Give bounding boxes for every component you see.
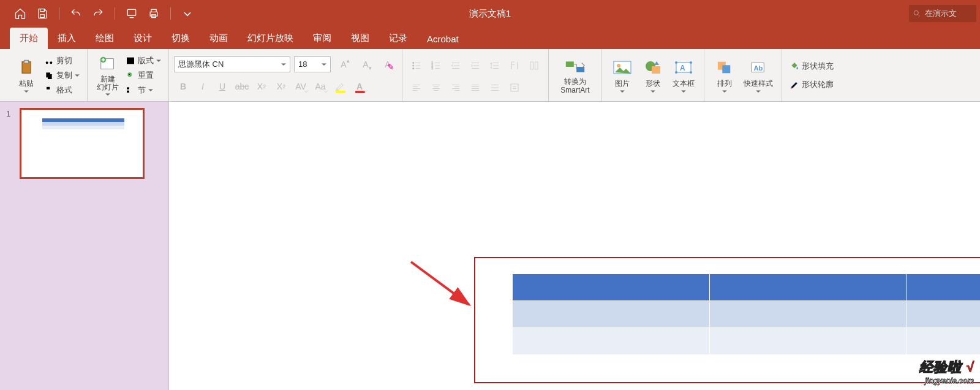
char-spacing-button[interactable]: AV <box>292 78 310 95</box>
slide-thumbnail-panel[interactable]: 1 <box>0 102 169 390</box>
chevron-down-icon <box>281 62 286 67</box>
save-icon[interactable] <box>34 6 50 21</box>
svg-point-7 <box>50 61 52 64</box>
font-name-select[interactable]: 思源黑体 CN <box>174 56 290 72</box>
strikethrough-button[interactable]: abc <box>233 78 251 95</box>
reset-button[interactable]: 重置 <box>123 69 164 82</box>
tab-draw[interactable]: 绘图 <box>86 28 124 49</box>
convert-smartart-button[interactable]: 转换为 SmartArt <box>554 54 597 97</box>
new-slide-button[interactable]: 新建 幻灯片 <box>92 54 123 97</box>
decrease-indent-button[interactable] <box>447 57 465 74</box>
font-name-value: 思源黑体 CN <box>178 59 224 70</box>
shape-fill-button[interactable]: 形状填充 <box>787 59 836 73</box>
picture-button[interactable]: 图片 <box>607 54 638 97</box>
svg-rect-5 <box>24 60 29 63</box>
svg-point-36 <box>690 71 692 74</box>
svg-rect-25 <box>566 62 574 67</box>
svg-rect-14 <box>127 87 129 89</box>
numbering-button[interactable]: 123 <box>427 57 445 74</box>
shape-outline-button[interactable]: 形状轮廓 <box>787 78 836 91</box>
align-right-button[interactable] <box>447 79 465 96</box>
align-center-button[interactable] <box>427 79 445 96</box>
svg-text:Ab: Ab <box>754 64 763 72</box>
increase-font-button[interactable]: A▴ <box>334 56 353 73</box>
tab-transition[interactable]: 切换 <box>162 28 200 49</box>
svg-rect-22 <box>530 62 533 69</box>
shapes-button[interactable]: 形状 <box>638 54 668 97</box>
table-row[interactable] <box>513 328 981 355</box>
inserted-table[interactable] <box>512 273 980 355</box>
tab-design[interactable]: 设计 <box>124 28 162 49</box>
highlight-button[interactable] <box>331 78 349 95</box>
watermark-url: jingyanla.com <box>919 377 974 385</box>
tab-slideshow[interactable]: 幻灯片放映 <box>238 28 303 49</box>
redo-icon[interactable] <box>90 6 106 21</box>
chevron-down-icon <box>620 89 625 94</box>
font-color-button[interactable]: A <box>350 78 369 95</box>
customize-qat-icon[interactable] <box>179 6 195 21</box>
group-insert-objects: 图片 形状 A 文本框 <box>602 49 704 101</box>
table-row[interactable] <box>513 274 981 301</box>
svg-point-3 <box>914 10 918 15</box>
clear-format-button[interactable]: A✎ <box>379 56 397 73</box>
italic-button[interactable]: I <box>194 78 212 95</box>
distribute-button[interactable] <box>486 79 504 96</box>
align-left-button[interactable] <box>407 79 426 96</box>
svg-line-41 <box>411 262 469 305</box>
quick-access-toolbar <box>0 6 195 21</box>
layout-button[interactable]: 版式 <box>123 54 164 67</box>
textbox-button[interactable]: A 文本框 <box>668 54 699 97</box>
superscript-button[interactable]: X2 <box>252 78 271 95</box>
slide-thumbnail[interactable] <box>20 108 145 179</box>
table-row[interactable] <box>513 301 981 328</box>
group-font: 思源黑体 CN 18 A▴ A▾ A✎ B I U abc X2 X2 AV A… <box>169 49 402 101</box>
bullets-button[interactable] <box>407 57 426 74</box>
tab-record[interactable]: 记录 <box>379 28 417 49</box>
watermark: 经验啦 √ jingyanla.com <box>919 358 974 385</box>
increase-indent-button[interactable] <box>466 57 484 74</box>
subscript-button[interactable]: X2 <box>272 78 290 95</box>
underline-button[interactable]: U <box>213 78 232 95</box>
tab-acrobat[interactable]: Acrobat <box>417 29 469 49</box>
search-input[interactable]: 在演示文 <box>909 5 976 22</box>
cut-button[interactable]: 剪切 <box>42 54 82 67</box>
change-case-button[interactable]: Aa <box>311 78 330 95</box>
quick-styles-button[interactable]: Ab 快速样式 <box>740 54 777 97</box>
tab-animation[interactable]: 动画 <box>200 28 238 49</box>
reset-label: 重置 <box>138 70 154 81</box>
decrease-font-button[interactable]: A▾ <box>356 56 375 73</box>
copy-button[interactable]: 复制 <box>42 69 82 82</box>
group-arrange: 排列 Ab 快速样式 <box>704 49 782 101</box>
text-direction-button[interactable] <box>505 57 524 74</box>
line-spacing-button[interactable] <box>486 57 504 74</box>
svg-point-34 <box>690 61 692 64</box>
columns-button[interactable] <box>525 57 543 74</box>
slide-canvas[interactable]: 经验啦 √ jingyanla.com <box>169 102 980 390</box>
arrange-button[interactable]: 排列 <box>709 54 740 97</box>
print-icon[interactable] <box>146 6 162 21</box>
svg-rect-23 <box>535 62 538 69</box>
svg-rect-15 <box>127 90 129 92</box>
svg-rect-26 <box>576 67 584 72</box>
tab-view[interactable]: 视图 <box>341 28 379 49</box>
svg-point-35 <box>675 71 677 74</box>
align-text-button[interactable] <box>505 79 524 96</box>
home-icon[interactable] <box>12 6 28 21</box>
font-size-select[interactable]: 18 <box>294 56 331 72</box>
tab-review[interactable]: 审阅 <box>303 28 341 49</box>
paste-button[interactable]: 粘贴 <box>11 54 42 97</box>
format-painter-button[interactable]: 格式 <box>42 83 82 97</box>
justify-button[interactable] <box>466 79 484 96</box>
format-label: 格式 <box>56 85 72 96</box>
undo-icon[interactable] <box>68 6 84 21</box>
shape-fill-label: 形状填充 <box>802 61 834 72</box>
svg-rect-30 <box>652 66 660 74</box>
tab-home[interactable]: 开始 <box>10 28 48 49</box>
section-button[interactable]: 节 <box>123 83 164 97</box>
separator <box>59 7 59 20</box>
slide-thumbnail-1[interactable]: 1 <box>6 108 162 179</box>
chevron-down-icon <box>322 62 326 67</box>
touch-mode-icon[interactable] <box>124 6 140 21</box>
bold-button[interactable]: B <box>174 78 192 95</box>
tab-insert[interactable]: 插入 <box>48 28 86 49</box>
